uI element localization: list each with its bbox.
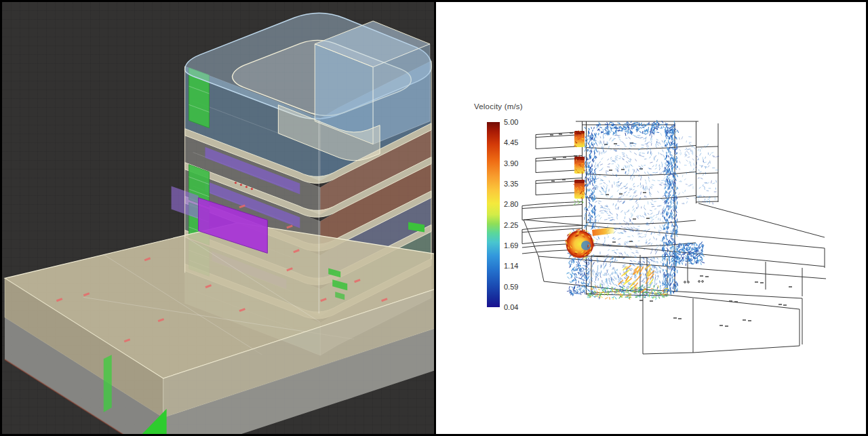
legend-tick: 2.25 [504, 221, 518, 229]
legend-tick: 4.45 [504, 138, 518, 146]
legend-tick: 3.90 [504, 159, 518, 167]
building-model-render [2, 2, 434, 434]
legend-tick: 5.00 [504, 118, 518, 126]
model-viewport [2, 2, 434, 434]
cfd-results-panel: Velocity (m/s) 5.004.453.903.352.802.251… [436, 2, 866, 434]
legend-tick: 1.69 [504, 241, 518, 250]
legend-title: Velocity (m/s) [474, 102, 523, 111]
legend-tick: 3.35 [504, 180, 518, 188]
podium [5, 222, 434, 434]
legend-tick: 1.14 [504, 262, 518, 270]
legend-tick: 2.80 [504, 200, 518, 208]
legend-tick: 0.04 [504, 303, 518, 311]
velocity-legend: Velocity (m/s) 5.004.453.903.352.802.251… [474, 102, 562, 326]
legend-tick: 0.59 [504, 283, 518, 291]
legend-colorbar [487, 122, 500, 307]
figure-frame: Velocity (m/s) 5.004.453.903.352.802.251… [0, 0, 868, 436]
